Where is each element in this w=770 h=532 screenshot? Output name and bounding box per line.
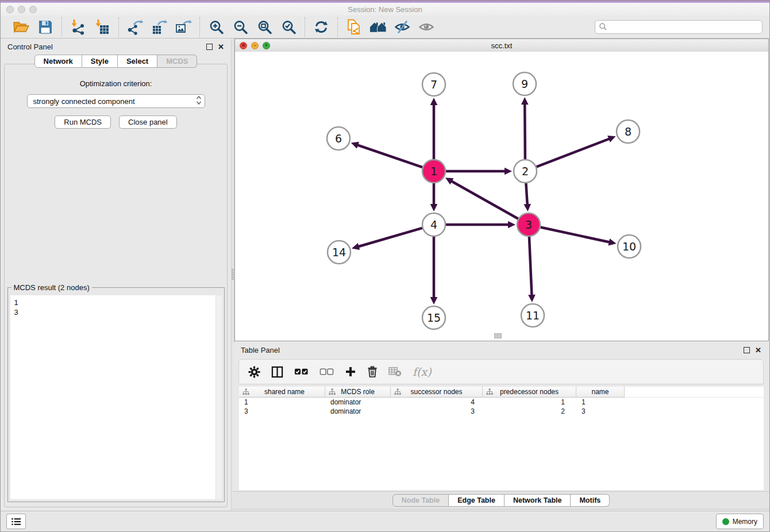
refresh-icon[interactable] [311,18,331,36]
memory-button[interactable]: Memory [716,514,764,529]
save-session-icon[interactable] [36,18,55,36]
graph-edge-2-3[interactable] [526,183,527,205]
graph-edge-3-11[interactable] [529,237,532,296]
cell-name[interactable]: 3 [576,407,625,415]
graph-node-label-4: 4 [430,218,437,231]
close-window-button[interactable] [6,6,14,13]
tab-motifs[interactable]: Motifs [571,494,610,507]
mcds-result-textarea[interactable]: 1 3 [10,295,222,499]
shared-attribute-icon [242,388,249,397]
graph-edge-arrowhead [430,204,438,211]
column-visibility-icon[interactable] [271,366,283,378]
network-close-button[interactable]: ✕ [240,42,247,49]
zoom-out-icon[interactable] [230,18,250,36]
tab-network[interactable]: Network [34,55,82,68]
float-table-panel-icon[interactable] [744,347,750,353]
tab-style[interactable]: Style [82,55,118,68]
cell-shared-name[interactable]: 1 [239,398,325,406]
splitter-handle[interactable] [232,268,234,280]
shared-attribute-icon [394,388,401,397]
search-icon [599,22,607,31]
network-canvas[interactable]: 7968124314101511 [235,52,768,341]
zoom-window-button[interactable] [29,6,37,13]
float-panel-icon[interactable] [206,44,213,50]
zoom-fit-icon[interactable] [255,18,274,36]
status-bar: Memory [1,511,769,531]
import-network-icon[interactable] [68,18,88,36]
cell-mcds-role[interactable]: dominator [325,407,391,415]
close-panel-icon[interactable]: ✕ [218,43,224,51]
network-window-title: scc.txt [235,41,768,50]
delete-table-icon[interactable] [388,366,402,377]
control-panel-header: Control Panel ✕ [1,38,231,55]
run-mcds-button[interactable]: Run MCDS [55,115,111,129]
add-column-icon[interactable] [345,366,356,377]
delete-column-trash-icon[interactable] [367,365,378,378]
graph-edge-arrowhead [505,168,512,175]
graph-edge-2-9[interactable] [525,103,525,159]
main-toolbar [1,16,769,38]
cell-successor-nodes[interactable]: 3 [391,407,483,415]
table-row[interactable]: 3 dominator 3 2 3 [239,407,764,416]
graph-edge-3-1[interactable] [451,181,518,219]
mcds-result-title: MCDS result (2 nodes) [11,283,92,292]
table-settings-gear-icon[interactable] [248,366,260,378]
export-table-icon[interactable] [149,18,169,36]
cell-predecessor-nodes[interactable]: 1 [483,398,576,406]
cell-predecessor-nodes[interactable]: 2 [483,407,576,415]
column-header-name[interactable]: name [576,387,625,398]
network-graph[interactable]: 7968124314101511 [235,52,768,341]
deselect-all-rows-icon[interactable] [319,368,334,376]
criterion-select[interactable]: strongly connected component [27,94,205,108]
zoom-selected-icon[interactable] [279,18,298,36]
show-all-eye-icon[interactable] [417,18,436,36]
control-panel: Control Panel ✕ Network Style Select MCD… [1,38,231,512]
graph-edge-4-14[interactable] [358,228,422,247]
minimize-window-button[interactable] [18,6,25,13]
cell-shared-name[interactable]: 3 [239,407,325,415]
graph-edge-arrowhead [351,142,359,149]
graph-node-label-1: 1 [430,165,437,178]
new-network-from-selection-icon[interactable] [344,18,364,36]
graph-edge-1-6[interactable] [357,145,422,167]
import-table-icon[interactable] [93,18,112,36]
export-image-icon[interactable] [174,18,193,36]
search-input[interactable] [610,22,759,32]
tab-network-table[interactable]: Network Table [505,494,571,507]
column-header-predecessor-nodes[interactable]: predecessor nodes [483,387,576,398]
tab-select[interactable]: Select [118,55,157,68]
search-box [595,20,763,34]
tab-node-table[interactable]: Node Table [392,494,449,507]
open-session-icon[interactable] [11,18,31,36]
column-header-successor-nodes[interactable]: successor nodes [391,387,483,398]
optimization-criterion-label: Optimization criterion: [80,79,152,88]
control-panel-tabs: Network Style Select MCDS [1,55,231,68]
mcds-panel: Optimization criterion: strongly connect… [4,64,228,507]
graph-edge-3-10[interactable] [541,227,610,242]
close-panel-button[interactable]: Close panel [119,115,177,129]
cell-successor-nodes[interactable]: 4 [391,398,483,406]
hide-selected-eye-icon[interactable] [392,18,412,36]
app-traffic-lights [6,6,37,13]
table-tab-bar: Node Table Edge Table Network Table Moti… [233,491,769,510]
network-minimize-button[interactable]: − [251,42,259,49]
first-neighbors-icon[interactable] [368,18,388,36]
graph-edge-2-8[interactable] [537,138,610,167]
graph-edge-arrowhead [430,297,438,304]
cell-name[interactable]: 1 [576,398,625,406]
canvas-resize-handle[interactable] [494,333,502,338]
export-network-icon[interactable] [125,18,145,36]
network-maximize-button[interactable]: + [263,42,270,49]
tab-edge-table[interactable]: Edge Table [449,494,505,507]
column-header-mcds-role[interactable]: MCDS role [325,387,391,398]
column-header-shared-name[interactable]: shared name [239,387,325,398]
cell-mcds-role[interactable]: dominator [325,398,391,406]
result-scrollbar[interactable] [215,295,222,499]
close-table-panel-icon[interactable]: ✕ [755,346,761,354]
task-history-button[interactable] [6,514,26,529]
tab-mcds[interactable]: MCDS [157,55,197,68]
table-row[interactable]: 1 dominator 4 1 1 [239,398,764,407]
zoom-in-icon[interactable] [206,18,226,36]
select-all-rows-icon[interactable] [294,368,309,376]
function-builder-fx-icon[interactable]: f(x) [413,365,432,378]
